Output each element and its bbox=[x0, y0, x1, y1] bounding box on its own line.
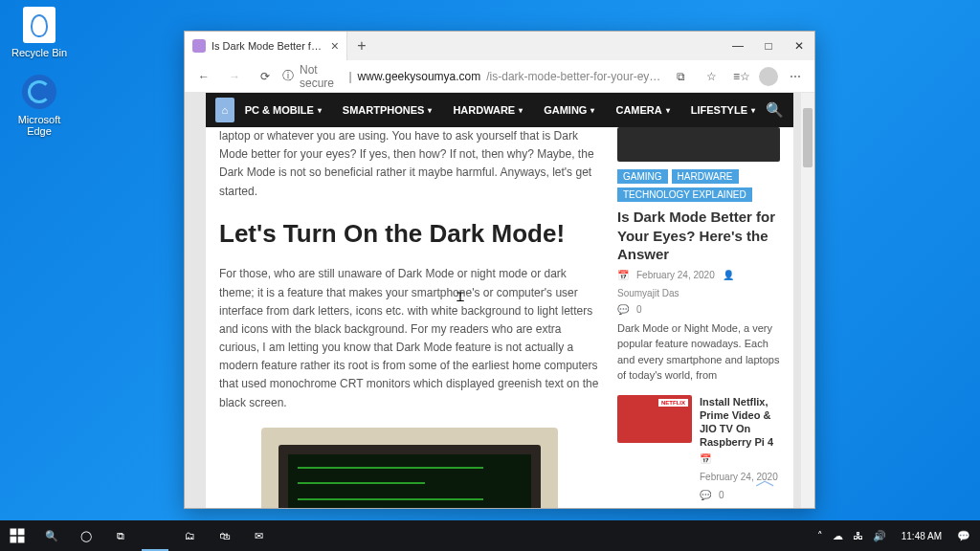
cortana-button[interactable]: ◯ bbox=[69, 520, 103, 551]
back-button[interactable]: ← bbox=[190, 63, 217, 90]
nav-pc-mobile[interactable]: PC & MOBILE▾ bbox=[234, 104, 332, 116]
icon-label: Recycle Bin bbox=[6, 47, 73, 58]
menu-button[interactable]: ⋯ bbox=[782, 63, 809, 90]
chevron-down-icon: ▾ bbox=[519, 106, 523, 115]
taskbar: 🔍 ◯ ⧉ 🗂 🛍 ✉ ˄ ☁ 🖧 🔊 11:48 AM 💬 bbox=[0, 520, 980, 551]
page-viewport: ⌂ PC & MOBILE▾ SMARTPHONES▾ HARDWARE▾ GA… bbox=[185, 93, 814, 508]
taskbar-store[interactable]: 🛍 bbox=[207, 520, 241, 551]
taskbar-edge[interactable] bbox=[138, 520, 172, 551]
close-tab-icon[interactable]: × bbox=[331, 38, 339, 54]
comment-icon: 💬 bbox=[617, 304, 629, 315]
forward-button[interactable]: → bbox=[221, 63, 248, 90]
tab-title: Is Dark Mode Better for Your Eyes bbox=[212, 40, 325, 52]
start-button[interactable] bbox=[0, 520, 34, 551]
taskbar-mail[interactable]: ✉ bbox=[241, 520, 276, 551]
tag[interactable]: GAMING bbox=[617, 169, 668, 184]
sidebar-hero-thumb[interactable] bbox=[617, 127, 780, 162]
browser-tab[interactable]: Is Dark Mode Better for Your Eyes × bbox=[185, 32, 347, 60]
nav-lifestyle[interactable]: LIFESTYLE▾ bbox=[680, 104, 766, 116]
security-label: Not secure bbox=[300, 63, 343, 90]
scroll-to-top-button[interactable]: ︿ bbox=[755, 466, 776, 495]
site-navbar: ⌂ PC & MOBILE▾ SMARTPHONES▾ HARDWARE▾ GA… bbox=[206, 93, 793, 127]
svg-rect-1 bbox=[18, 529, 25, 536]
svg-rect-0 bbox=[11, 529, 17, 536]
tag-list: GAMING HARDWARE TECHNOLOGY EXPLAINED bbox=[617, 169, 780, 202]
sidebar-meta-2: 💬0 bbox=[617, 304, 780, 315]
network-icon[interactable]: 🖧 bbox=[853, 530, 863, 541]
sidebar-excerpt: Dark Mode or Night Mode, a very popular … bbox=[617, 320, 780, 384]
titlebar: Is Dark Mode Better for Your Eyes × + — … bbox=[185, 32, 814, 60]
home-icon[interactable]: ⌂ bbox=[215, 98, 234, 122]
chevron-down-icon: ▾ bbox=[590, 106, 594, 115]
search-icon[interactable]: 🔍 bbox=[766, 101, 784, 119]
search-button[interactable]: 🔍 bbox=[34, 520, 69, 551]
address-bar[interactable]: ⓘ Not secure | www.geekysoumya.com/is-da… bbox=[282, 63, 663, 90]
svg-rect-3 bbox=[18, 537, 25, 543]
tag[interactable]: HARDWARE bbox=[672, 169, 739, 184]
taskbar-explorer[interactable]: 🗂 bbox=[172, 520, 207, 551]
chevron-down-icon: ▾ bbox=[751, 106, 755, 115]
article-heading: Let's Turn On the Dark Mode! bbox=[219, 214, 600, 254]
nav-smartphones[interactable]: SMARTPHONES▾ bbox=[332, 104, 443, 116]
crt-screen bbox=[278, 445, 541, 508]
related-thumb: NETFLIX bbox=[617, 395, 692, 443]
nav-hardware[interactable]: HARDWARE▾ bbox=[442, 104, 533, 116]
favorite-button[interactable]: ☆ bbox=[698, 63, 724, 90]
onedrive-icon[interactable]: ☁ bbox=[833, 530, 843, 542]
calendar-icon: 📅 bbox=[700, 453, 711, 464]
page-content: laptop or whatever you are using. You ha… bbox=[206, 127, 793, 508]
related-title: Install Netflix, Prime Video & JIO TV On… bbox=[700, 395, 780, 450]
notifications-icon[interactable]: 💬 bbox=[957, 530, 970, 542]
chevron-down-icon: ▾ bbox=[428, 106, 432, 115]
favorites-list-button[interactable]: ≡☆ bbox=[728, 63, 755, 90]
chevron-down-icon: ▾ bbox=[666, 106, 670, 115]
nav-camera[interactable]: CAMERA▾ bbox=[605, 104, 679, 116]
nav-gaming[interactable]: GAMING▾ bbox=[533, 104, 605, 116]
profile-avatar[interactable] bbox=[759, 67, 778, 86]
sidebar-meta: 📅February 24, 2020 👤Soumyajit Das bbox=[617, 270, 780, 298]
desktop-icon-edge[interactable]: Microsoft Edge bbox=[6, 73, 73, 137]
refresh-button[interactable]: ⟳ bbox=[252, 63, 278, 90]
new-tab-button[interactable]: + bbox=[347, 32, 376, 60]
recycle-bin-icon bbox=[20, 6, 58, 44]
comment-icon: 💬 bbox=[700, 490, 711, 500]
svg-rect-2 bbox=[11, 537, 17, 543]
url-host: www.geekysoumya.com bbox=[358, 70, 481, 83]
article: laptop or whatever you are using. You ha… bbox=[219, 127, 600, 489]
info-icon: ⓘ bbox=[282, 68, 294, 84]
tray-chevron-up-icon[interactable]: ˄ bbox=[817, 530, 823, 542]
system-tray: ˄ ☁ 🖧 🔊 11:48 AM 💬 bbox=[808, 530, 980, 542]
reader-mode-button[interactable]: ⧉ bbox=[667, 63, 694, 90]
tag[interactable]: TECHNOLOGY EXPLAINED bbox=[617, 187, 752, 202]
url-path: /is-dark-mode-better-for-your-eyes-heres… bbox=[486, 70, 663, 83]
maximize-button[interactable]: □ bbox=[753, 32, 784, 60]
article-image-crt bbox=[261, 428, 558, 508]
sidebar-title[interactable]: Is Dark Mode Better for Your Eyes? Here'… bbox=[617, 208, 780, 264]
close-window-button[interactable]: ✕ bbox=[784, 32, 814, 60]
task-view-button[interactable]: ⧉ bbox=[103, 520, 138, 551]
toolbar: ← → ⟳ ⓘ Not secure | www.geekysoumya.com… bbox=[185, 60, 814, 93]
article-body: For those, who are still unaware of Dark… bbox=[219, 265, 600, 412]
desktop-icon-recycle-bin[interactable]: Recycle Bin bbox=[6, 6, 73, 58]
post-author[interactable]: Soumyajit Das bbox=[617, 288, 679, 298]
window-controls: — □ ✕ bbox=[723, 32, 814, 60]
edge-icon bbox=[20, 73, 58, 111]
sidebar: GAMING HARDWARE TECHNOLOGY EXPLAINED Is … bbox=[617, 127, 780, 489]
chevron-down-icon: ▾ bbox=[318, 106, 322, 115]
volume-icon[interactable]: 🔊 bbox=[873, 530, 886, 542]
browser-window: Is Dark Mode Better for Your Eyes × + — … bbox=[184, 31, 815, 509]
taskbar-clock[interactable]: 11:48 AM bbox=[896, 531, 947, 541]
icon-label: Microsoft Edge bbox=[6, 114, 73, 137]
minimize-button[interactable]: — bbox=[723, 32, 753, 60]
calendar-icon: 📅 bbox=[617, 270, 629, 280]
comment-count[interactable]: 0 bbox=[636, 304, 642, 315]
post-date: February 24, 2020 bbox=[636, 270, 715, 280]
favicon-icon bbox=[192, 39, 206, 53]
author-icon: 👤 bbox=[723, 270, 734, 280]
article-intro: laptop or whatever you are using. You ha… bbox=[219, 127, 600, 201]
